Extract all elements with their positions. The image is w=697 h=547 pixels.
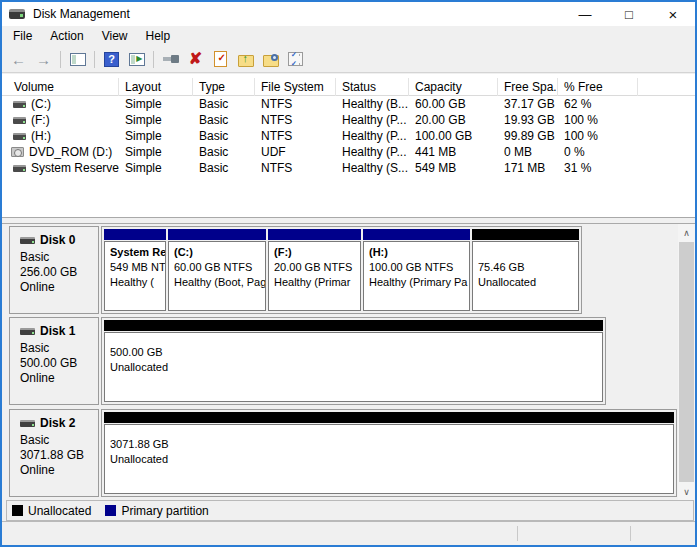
volume-icon: [13, 133, 26, 140]
status-bar-divider: [517, 526, 518, 541]
col-header-layout[interactable]: Layout: [119, 78, 193, 96]
partition-status: Healthy (Primary Pa: [369, 275, 469, 290]
partition-status: Unallocated: [478, 275, 578, 290]
folder-up-button[interactable]: ↑: [234, 48, 257, 71]
back-button[interactable]: ←: [7, 48, 30, 71]
menu-bar: File Action View Help: [2, 26, 695, 46]
unallocated-cell[interactable]: 75.46 GB Unallocated: [472, 229, 579, 311]
volume-row-dvd[interactable]: DVD_ROM (D:) Simple Basic UDF Healthy (P…: [2, 144, 695, 160]
title-bar: Disk Management — □ ×: [2, 2, 695, 26]
partition-cell-f[interactable]: (F:) 20.00 GB NTFS Healthy (Primar: [268, 229, 361, 311]
properties-icon: ✓ ✓: [288, 52, 303, 66]
volume-file-system: UDF: [255, 145, 336, 159]
folder-up-icon: ↑: [238, 55, 254, 67]
unallocated-color-bar: [104, 412, 674, 423]
task-check-button[interactable]: ✓: [209, 48, 232, 71]
legend-swatch-unallocated: [12, 505, 23, 516]
partition-status: Unallocated: [110, 360, 602, 375]
partition-size: 60.00 GB NTFS: [174, 260, 265, 275]
volume-row-system-reserved[interactable]: System Reserved Simple Basic NTFS Health…: [2, 160, 695, 176]
help-button[interactable]: ?: [100, 48, 123, 71]
partition-size: 3071.88 GB: [110, 437, 673, 452]
volume-status: Healthy (P...: [336, 113, 409, 127]
col-header-free-space[interactable]: Free Spa...: [498, 78, 558, 96]
legend-label: Primary partition: [121, 504, 208, 518]
menu-item-action[interactable]: Action: [41, 27, 92, 45]
scroll-up-icon[interactable]: ∧: [678, 224, 695, 241]
partition-status: Healthy (Primar: [274, 275, 360, 290]
col-header-filler: [638, 78, 695, 96]
col-header-type[interactable]: Type: [193, 78, 255, 96]
volume-type: Basic: [193, 129, 255, 143]
col-header-file-system[interactable]: File System: [255, 78, 336, 96]
scroll-down-icon[interactable]: ∨: [678, 483, 695, 500]
pane-splitter[interactable]: [2, 217, 695, 224]
legend-label: Unallocated: [28, 504, 91, 518]
partition-label: [478, 245, 578, 260]
volume-list-pane: Volume Layout Type File System Status Ca…: [2, 74, 695, 217]
menu-item-view[interactable]: View: [93, 27, 137, 45]
console-tree-icon: [70, 53, 86, 66]
disk-header-panel-1[interactable]: Disk 1 Basic 500.00 GB Online: [9, 317, 99, 405]
volume-status: Healthy (P...: [336, 145, 409, 159]
partition-status: Healthy (: [110, 275, 165, 290]
disk-row-2: Disk 2 Basic 3071.88 GB Online 3071.88 G…: [9, 409, 677, 497]
volume-file-system: NTFS: [255, 113, 336, 127]
disk-size: 256.00 GB: [20, 265, 98, 280]
unallocated-cell[interactable]: 3071.88 GB Unallocated: [104, 412, 674, 494]
partition-size: 549 MB NTFS: [110, 260, 165, 275]
partition-cell-system-reserved[interactable]: System Reserved 549 MB NTFS Healthy (: [104, 229, 166, 311]
show-console-tree-button[interactable]: [66, 48, 89, 71]
toolbar-separator: [60, 51, 61, 68]
partition-label: (H:): [369, 245, 469, 260]
disk-kind: Basic: [20, 250, 98, 265]
volume-capacity: 441 MB: [409, 145, 498, 159]
close-button[interactable]: ×: [651, 2, 695, 26]
col-header-volume[interactable]: Volume: [2, 78, 119, 96]
partition-color-bar: [104, 229, 166, 240]
partition-label: (F:): [274, 245, 360, 260]
folder-find-icon: [263, 55, 279, 67]
volume-status: Healthy (P...: [336, 129, 409, 143]
unallocated-cell[interactable]: 500.00 GB Unallocated: [104, 320, 603, 402]
volume-name: (F:): [31, 113, 50, 127]
disk-status: Online: [20, 280, 98, 295]
volume-layout: Simple: [119, 129, 193, 143]
disk-management-window: Disk Management — □ × File Action View H…: [0, 0, 697, 547]
disk-management-app-icon: [9, 9, 25, 19]
menu-item-file[interactable]: File: [4, 27, 41, 45]
maximize-button[interactable]: □: [607, 2, 651, 26]
partition-color-bar: [363, 229, 470, 240]
partition-cell-h[interactable]: (H:) 100.00 GB NTFS Healthy (Primary Pa: [363, 229, 470, 311]
col-header-status[interactable]: Status: [336, 78, 409, 96]
volume-row-c[interactable]: (C:) Simple Basic NTFS Healthy (B... 60.…: [2, 96, 695, 112]
col-header-pct-free[interactable]: % Free: [558, 78, 638, 96]
rescan-disks-button[interactable]: [159, 48, 182, 71]
volume-row-h[interactable]: (H:) Simple Basic NTFS Healthy (P... 100…: [2, 128, 695, 144]
disk-name: Disk 2: [40, 416, 75, 430]
forward-button[interactable]: →: [32, 48, 55, 71]
show-action-pane-button[interactable]: ▶: [125, 48, 148, 71]
explore-button[interactable]: [259, 48, 282, 71]
disk-icon: [20, 420, 35, 427]
legend-swatch-primary: [105, 505, 116, 516]
delete-volume-button[interactable]: ✘: [184, 48, 207, 71]
minimize-button[interactable]: —: [563, 2, 607, 26]
disk-header-panel-2[interactable]: Disk 2 Basic 3071.88 GB Online: [9, 409, 99, 497]
scrollbar-thumb[interactable]: [679, 242, 694, 482]
disk-header-panel-0[interactable]: Disk 0 Basic 256.00 GB Online: [9, 226, 99, 314]
col-header-capacity[interactable]: Capacity: [409, 78, 498, 96]
disk-kind: Basic: [20, 433, 98, 448]
window-title: Disk Management: [33, 7, 130, 21]
volume-capacity: 60.00 GB: [409, 97, 498, 111]
volume-row-f[interactable]: (F:) Simple Basic NTFS Healthy (P... 20.…: [2, 112, 695, 128]
volume-name: (C:): [31, 97, 51, 111]
volume-free-space: 37.17 GB: [498, 97, 558, 111]
menu-item-help[interactable]: Help: [137, 27, 180, 45]
partition-cell-c[interactable]: (C:) 60.00 GB NTFS Healthy (Boot, Pag: [168, 229, 266, 311]
up-arrow-glyph-icon: ↑: [243, 53, 249, 64]
properties-button[interactable]: ✓ ✓: [284, 48, 307, 71]
legend-item-primary-partition: Primary partition: [105, 504, 208, 518]
partition-label: System Reserved: [110, 245, 165, 260]
vertical-scrollbar[interactable]: ∧ ∨: [678, 224, 695, 500]
